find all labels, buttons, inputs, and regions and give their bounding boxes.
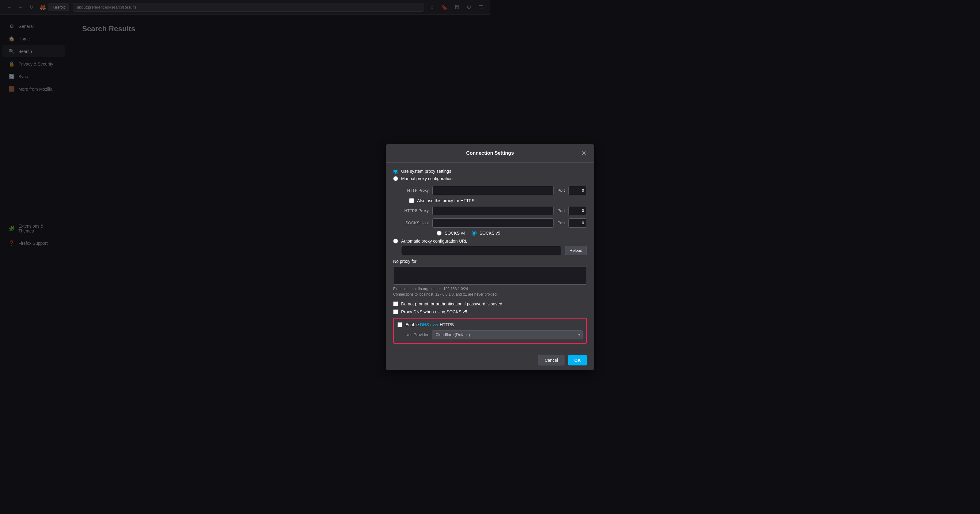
http-proxy-label: HTTP Proxy: [401, 188, 429, 193]
radio-system-proxy-label: Use system proxy settings: [401, 169, 451, 174]
http-proxy-input[interactable]: [433, 186, 490, 195]
also-use-https-checkbox-row[interactable]: Also use this proxy for HTTPS: [409, 198, 490, 203]
auto-proxy-url-input[interactable]: [401, 246, 490, 255]
radio-use-system-proxy[interactable]: Use system proxy settings: [393, 169, 490, 174]
socks-v4-option[interactable]: SOCKS v4: [437, 231, 466, 236]
also-use-https-checkbox[interactable]: [409, 198, 414, 203]
socks-host-label: SOCKS Host: [401, 221, 429, 225]
main-layout: ⚙ General 🏠 Home 🔍 Search 🔒 Privacy & Se…: [0, 15, 490, 257]
socks-v4-label: SOCKS v4: [445, 231, 466, 236]
dialog-body: Use system proxy settings Manual proxy c…: [386, 163, 490, 257]
socks-version-row: SOCKS v4 SOCKS v5: [437, 231, 490, 236]
radio-manual-proxy-label: Manual proxy configuration: [401, 176, 453, 181]
radio-system-proxy-input[interactable]: [393, 169, 398, 174]
socks-v5-radio[interactable]: [472, 231, 477, 236]
connection-settings-dialog: Connection Settings ✕ Use system proxy s…: [386, 144, 490, 257]
https-proxy-label: HTTPS Proxy: [401, 208, 429, 213]
http-proxy-row: HTTP Proxy Port: [401, 186, 490, 195]
dialog-title: Connection Settings: [401, 151, 490, 156]
dialog-header: Connection Settings ✕: [386, 144, 490, 163]
radio-auto-proxy-label: Automatic proxy configuration URL: [401, 239, 467, 244]
radio-manual-proxy-input[interactable]: [393, 176, 398, 181]
https-proxy-row: HTTPS Proxy Port: [401, 206, 490, 215]
socks-v4-radio[interactable]: [437, 231, 442, 236]
dialog-overlay: Connection Settings ✕ Use system proxy s…: [67, 15, 490, 257]
content-area: Search Results Connection Settings ✕ Use…: [67, 15, 490, 257]
radio-auto-proxy-input[interactable]: [393, 239, 398, 244]
https-proxy-input[interactable]: [433, 206, 490, 215]
socks-host-row: SOCKS Host Port: [401, 218, 490, 228]
radio-manual-proxy[interactable]: Manual proxy configuration: [393, 176, 490, 181]
proxy-fields: HTTP Proxy Port Also use this proxy for …: [401, 186, 490, 236]
also-use-https-label: Also use this proxy for HTTPS: [417, 198, 475, 203]
auto-proxy-url-row: Reload: [401, 246, 490, 255]
socks-v5-label: SOCKS v5: [480, 231, 490, 236]
radio-auto-proxy[interactable]: Automatic proxy configuration URL: [393, 239, 490, 244]
socks-host-input[interactable]: [433, 218, 490, 228]
socks-v5-option[interactable]: SOCKS v5: [472, 231, 490, 236]
